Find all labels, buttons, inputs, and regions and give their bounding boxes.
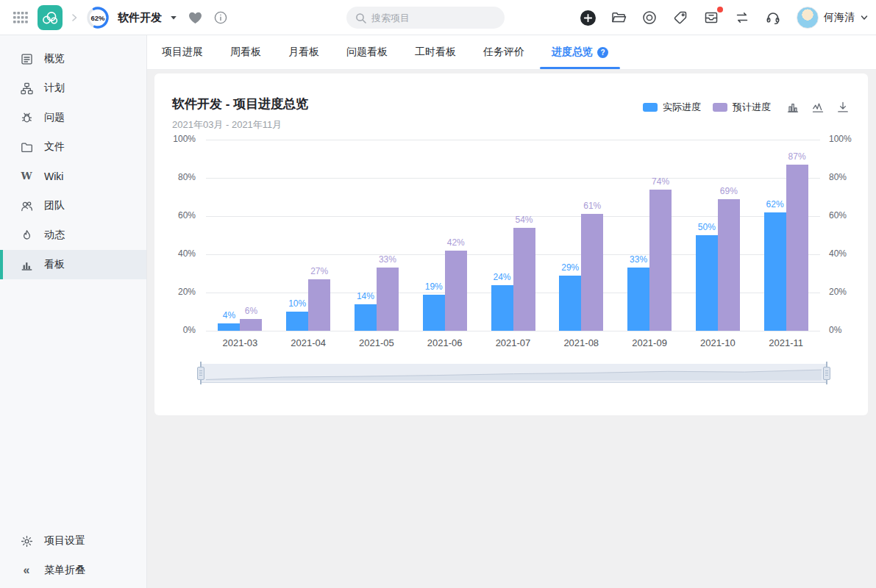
- datazoom-right-handle[interactable]: [823, 367, 830, 380]
- x-axis-label: 2021-03: [206, 337, 274, 348]
- bar-实际进度-2021-08[interactable]: [559, 276, 581, 331]
- main-area: 项目进展 周看板 月看板 问题看板 工时看板 任务评价 进度总览 ? 软件开发 …: [147, 35, 876, 588]
- sidebar-item-label: 概览: [44, 52, 65, 65]
- activity-icon: [20, 229, 33, 242]
- x-axis-label: 2021-07: [479, 337, 547, 348]
- sidebar-menu: 概览 计划 问题 文件 W Wiki 团队 动态 看板: [0, 35, 146, 279]
- tab-label: 工时看板: [415, 46, 456, 59]
- sidebar-item-Wiki[interactable]: W Wiki: [0, 162, 146, 191]
- bar-实际进度-2021-09[interactable]: [627, 268, 649, 331]
- tab-问题看板[interactable]: 问题看板: [344, 35, 390, 69]
- tab-周看板[interactable]: 周看板: [228, 35, 263, 69]
- bar-预计进度-2021-05[interactable]: [377, 268, 399, 331]
- progress-overview-panel: 软件开发 - 项目进度总览 2021年03月 - 2021年11月 实际进度 预…: [154, 74, 868, 415]
- tab-label: 问题看板: [346, 46, 388, 59]
- search-input[interactable]: [371, 12, 496, 24]
- bar-实际进度-2021-11[interactable]: [764, 212, 786, 331]
- tab-label: 周看板: [230, 46, 261, 59]
- wiki-icon: W: [20, 171, 33, 182]
- switch-icon[interactable]: [733, 9, 751, 26]
- bar-预计进度-2021-10[interactable]: [718, 199, 740, 331]
- x-axis-label: 2021-08: [547, 337, 616, 348]
- bar-value-label: 87%: [780, 151, 815, 162]
- y-axis-label-right: 80%: [829, 172, 864, 182]
- info-icon[interactable]: [211, 8, 230, 27]
- top-header: 62% 软件开发 何海清: [0, 0, 876, 35]
- team-icon: [20, 200, 33, 212]
- inbox-icon[interactable]: [702, 9, 720, 26]
- y-axis-label-left: 0%: [160, 325, 196, 335]
- bar-value-label: 33%: [370, 254, 405, 265]
- gridline: [206, 178, 820, 179]
- project-name[interactable]: 软件开发: [118, 11, 162, 25]
- y-axis-label-right: 60%: [829, 210, 864, 220]
- sidebar-item-看板[interactable]: 看板: [0, 250, 146, 279]
- bar-实际进度-2021-05[interactable]: [355, 304, 377, 331]
- user-menu[interactable]: 何海清: [797, 7, 869, 29]
- x-axis-label: 2021-09: [616, 337, 684, 348]
- gridline: [206, 331, 820, 331]
- headset-icon[interactable]: [764, 9, 782, 26]
- heart-icon[interactable]: [185, 8, 204, 27]
- project-progress-value: 62%: [90, 14, 105, 22]
- bar-实际进度-2021-07[interactable]: [491, 285, 513, 331]
- bar-预计进度-2021-04[interactable]: [308, 279, 330, 331]
- bar-实际进度-2021-10[interactable]: [696, 235, 718, 331]
- help-center-icon[interactable]: [641, 9, 658, 26]
- y-axis-label-left: 80%: [160, 172, 196, 182]
- y-axis-label-right: 40%: [829, 248, 864, 259]
- bar-预计进度-2021-07[interactable]: [513, 228, 535, 331]
- plan-icon: [20, 82, 33, 95]
- bar-实际进度-2021-04[interactable]: [286, 312, 308, 331]
- tab-工时看板[interactable]: 工时看板: [413, 35, 458, 69]
- sidebar-item-项目设置[interactable]: 项目设置: [0, 526, 146, 556]
- create-plus-icon[interactable]: [579, 9, 597, 26]
- tab-项目进展[interactable]: 项目进展: [160, 35, 205, 69]
- x-axis-label: 2021-10: [683, 337, 752, 348]
- bar-value-label: 69%: [711, 186, 747, 196]
- sidebar-item-文件[interactable]: 文件: [0, 132, 146, 162]
- tab-进度总览[interactable]: 进度总览 ?: [549, 35, 610, 69]
- y-axis-label-right: 100%: [829, 134, 864, 144]
- x-axis-label: 2021-04: [274, 337, 343, 348]
- bar-value-label: 61%: [574, 201, 610, 211]
- bar-预计进度-2021-09[interactable]: [649, 190, 672, 331]
- project-dropdown-caret-icon[interactable]: [168, 8, 179, 27]
- bar-预计进度-2021-11[interactable]: [786, 165, 808, 331]
- project-search[interactable]: [346, 7, 505, 29]
- tab-label: 任务评价: [483, 46, 524, 59]
- search-icon: [355, 12, 366, 24]
- tag-icon[interactable]: [672, 9, 689, 26]
- sidebar-item-label: 项目设置: [44, 534, 85, 548]
- bar-实际进度-2021-03[interactable]: [218, 323, 240, 331]
- sidebar-item-菜单折叠[interactable]: « 菜单折叠: [0, 556, 146, 585]
- sidebar-item-团队[interactable]: 团队: [0, 191, 146, 220]
- tab-任务评价[interactable]: 任务评价: [481, 35, 527, 69]
- tab-月看板[interactable]: 月看板: [286, 35, 321, 69]
- datazoom-left-handle[interactable]: [197, 367, 204, 380]
- sidebar-item-计划[interactable]: 计划: [0, 74, 146, 103]
- sidebar-item-动态[interactable]: 动态: [0, 220, 146, 250]
- user-name: 何海清: [824, 11, 855, 24]
- sidebar-item-概览[interactable]: 概览: [0, 44, 146, 74]
- bar-预计进度-2021-03[interactable]: [240, 319, 262, 331]
- sidebar-item-问题[interactable]: 问题: [0, 103, 146, 132]
- x-axis-label: 2021-11: [752, 337, 820, 348]
- tab-label: 进度总览: [552, 46, 593, 59]
- collapse-icon: «: [20, 564, 33, 576]
- sidebar-footer: 项目设置 « 菜单折叠: [0, 526, 146, 585]
- bar-实际进度-2021-06[interactable]: [423, 295, 445, 331]
- y-axis-label-left: 100%: [160, 134, 196, 144]
- folder-icon[interactable]: [610, 9, 627, 26]
- gridline: [206, 140, 820, 140]
- settings-gear-icon: [20, 535, 33, 548]
- board-tabs: 项目进展 周看板 月看板 问题看板 工时看板 任务评价 进度总览 ?: [147, 35, 876, 70]
- apps-grid-icon[interactable]: [12, 8, 31, 27]
- datazoom-slider[interactable]: [200, 364, 827, 383]
- user-avatar: [797, 7, 819, 29]
- sidebar-item-label: 团队: [44, 199, 65, 212]
- app-logo[interactable]: [38, 5, 63, 30]
- tab-help-icon[interactable]: ?: [597, 47, 608, 58]
- bar-预计进度-2021-06[interactable]: [445, 251, 467, 331]
- bar-预计进度-2021-08[interactable]: [581, 214, 603, 331]
